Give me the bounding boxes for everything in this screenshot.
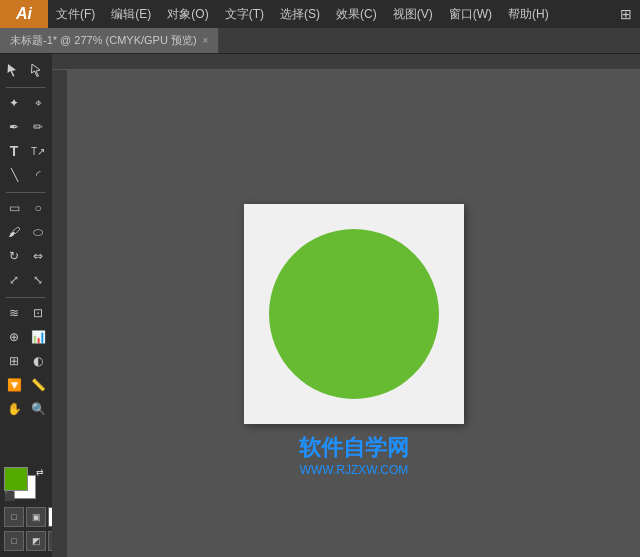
- pen-tool[interactable]: ✒: [2, 115, 26, 139]
- tool-separator-1: [6, 87, 46, 88]
- color-area: ⇄ ⬛ □ ▣ ⊘ □ ◩ ⛶: [0, 461, 52, 557]
- measure-tool[interactable]: 📏: [26, 373, 50, 397]
- free-transform-tool[interactable]: ⊡: [26, 301, 50, 325]
- color-mode-icon[interactable]: □: [4, 507, 24, 527]
- horizontal-ruler: [52, 54, 640, 70]
- main-area: ✦ ⌖ ✒ ✏ T T↗ ╲ ◜ ▭ ○ 🖌: [0, 54, 640, 557]
- canvas-with-ruler: 软件自学网 WWW.RJZXW.COM: [52, 54, 640, 557]
- column-graph-tool[interactable]: 📊: [26, 325, 50, 349]
- reflect-tool[interactable]: ⇔: [26, 244, 50, 268]
- hand-tool[interactable]: ✋: [2, 397, 26, 421]
- symbol-sprayer-tool[interactable]: ⊕: [2, 325, 26, 349]
- pen-tools: ✦ ⌖ ✒ ✏ T T↗ ╲ ◜: [0, 91, 52, 187]
- gradient-tool[interactable]: ◐: [26, 349, 50, 373]
- warp-tool[interactable]: ≋: [2, 301, 26, 325]
- scale-tool[interactable]: ⤢: [2, 268, 26, 292]
- type-tool[interactable]: T: [2, 139, 26, 163]
- arc-tool[interactable]: ◜: [26, 163, 50, 187]
- toolbar: ✦ ⌖ ✒ ✏ T T↗ ╲ ◜ ▭ ○ 🖌: [0, 54, 52, 557]
- menu-select[interactable]: 选择(S): [272, 0, 328, 28]
- direct-selection-tool[interactable]: [26, 58, 50, 82]
- tool-separator-2: [6, 192, 46, 193]
- tab-bar: 未标题-1* @ 277% (CMYK/GPU 预览) ×: [0, 28, 640, 54]
- watermark-line2: WWW.RJZXW.COM: [299, 463, 409, 477]
- magic-wand-tool[interactable]: ✦: [2, 91, 26, 115]
- color-swatches: ⇄ ⬛: [4, 467, 48, 503]
- reshape-tool[interactable]: ⤡: [26, 268, 50, 292]
- menu-items: 文件(F) 编辑(E) 对象(O) 文字(T) 选择(S) 效果(C) 视图(V…: [48, 0, 620, 28]
- workspace-switcher-icon[interactable]: ⊞: [620, 6, 632, 22]
- artboard: [244, 204, 464, 424]
- tool-separator-3: [6, 297, 46, 298]
- menu-bar: Ai 文件(F) 编辑(E) 对象(O) 文字(T) 选择(S) 效果(C) 视…: [0, 0, 640, 28]
- eyedropper-tool[interactable]: 🔽: [2, 373, 26, 397]
- shape-tools: ▭ ○ 🖌 ⬭ ↻ ⇔ ⤢ ⤡: [0, 196, 52, 292]
- menu-edit[interactable]: 编辑(E): [103, 0, 159, 28]
- menu-right: ⊞: [620, 6, 640, 22]
- swap-colors-icon[interactable]: ⇄: [36, 467, 48, 479]
- extra-color-icons: □ ▣ ⊘: [4, 507, 52, 527]
- add-anchor-tool[interactable]: ✏: [26, 115, 50, 139]
- menu-effect[interactable]: 效果(C): [328, 0, 385, 28]
- canvas-row: 软件自学网 WWW.RJZXW.COM: [52, 70, 640, 557]
- draw-normal-icon[interactable]: □: [4, 531, 24, 551]
- app-logo: Ai: [0, 0, 48, 28]
- watermark: 软件自学网 WWW.RJZXW.COM: [299, 433, 409, 477]
- watermark-line1: 软件自学网: [299, 433, 409, 463]
- blob-brush-tool[interactable]: ⬭: [26, 220, 50, 244]
- lasso-tool[interactable]: ⌖: [26, 91, 50, 115]
- line-tool[interactable]: ╲: [2, 163, 26, 187]
- menu-window[interactable]: 窗口(W): [441, 0, 500, 28]
- selection-tools: [0, 58, 52, 82]
- paintbrush-tool[interactable]: 🖌: [2, 220, 26, 244]
- menu-type[interactable]: 文字(T): [217, 0, 272, 28]
- menu-view[interactable]: 视图(V): [385, 0, 441, 28]
- ellipse-tool[interactable]: ○: [26, 196, 50, 220]
- green-circle: [269, 229, 439, 399]
- gradient-swatch-icon[interactable]: ▣: [26, 507, 46, 527]
- foreground-color-swatch[interactable]: [4, 467, 28, 491]
- canvas-container[interactable]: 软件自学网 WWW.RJZXW.COM: [68, 70, 640, 557]
- zoom-tool[interactable]: 🔍: [26, 397, 50, 421]
- menu-help[interactable]: 帮助(H): [500, 0, 557, 28]
- selection-tool[interactable]: [2, 58, 26, 82]
- rectangle-tool[interactable]: ▭: [2, 196, 26, 220]
- tab-title: 未标题-1* @ 277% (CMYK/GPU 预览): [10, 33, 197, 48]
- draw-behind-icon[interactable]: ◩: [26, 531, 46, 551]
- menu-object[interactable]: 对象(O): [159, 0, 216, 28]
- document-tab[interactable]: 未标题-1* @ 277% (CMYK/GPU 预览) ×: [0, 28, 219, 53]
- rotate-tool[interactable]: ↻: [2, 244, 26, 268]
- mode-icons: □ ◩ ⛶: [4, 531, 52, 551]
- mesh-tool[interactable]: ⊞: [2, 349, 26, 373]
- menu-file[interactable]: 文件(F): [48, 0, 103, 28]
- more-tools: ≋ ⊡ ⊕ 📊 ⊞ ◐ 🔽 📏 ✋ 🔍: [0, 301, 52, 421]
- default-colors-icon[interactable]: ⬛: [4, 491, 16, 503]
- vertical-ruler: [52, 70, 68, 557]
- tab-close-button[interactable]: ×: [203, 35, 209, 46]
- touch-type-tool[interactable]: T↗: [26, 139, 50, 163]
